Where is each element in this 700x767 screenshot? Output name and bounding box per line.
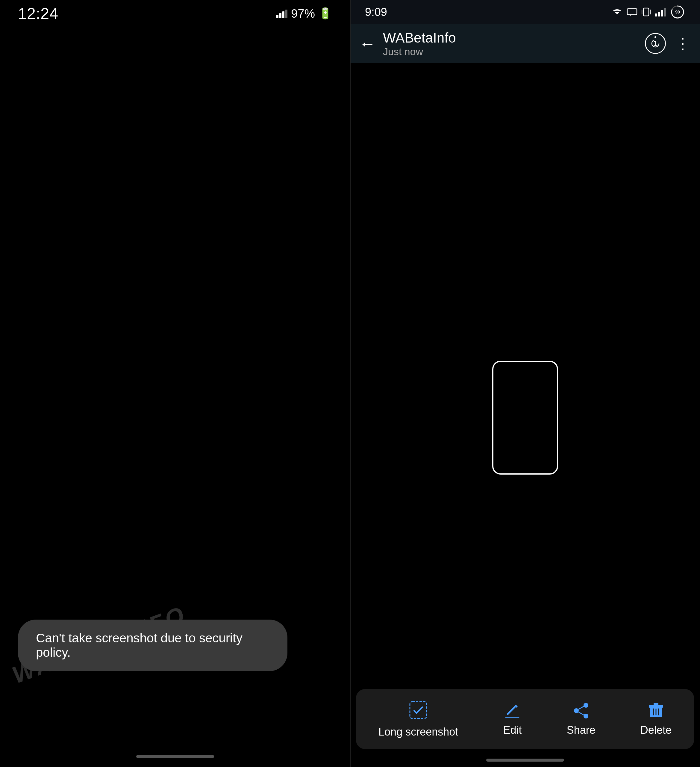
panel-divider: [350, 0, 351, 767]
left-phone-panel: 12:24 97% 🔋 WABETAINFO Can't take screen…: [0, 0, 350, 767]
message-icon: [627, 8, 637, 16]
delete-button[interactable]: Delete: [640, 702, 671, 737]
svg-rect-17: [654, 703, 659, 705]
svg-rect-8: [410, 702, 427, 718]
vibrate-icon: [641, 7, 651, 17]
contact-name: WABetaInfo: [383, 30, 638, 46]
svg-line-14: [579, 712, 584, 715]
back-button[interactable]: ←: [359, 34, 376, 53]
wifi-icon: [612, 8, 622, 16]
left-statusbar: 12:24 97% 🔋: [0, 0, 350, 27]
edit-button[interactable]: Edit: [503, 702, 522, 737]
long-screenshot-button[interactable]: Long screenshot: [378, 700, 458, 738]
svg-point-11: [574, 708, 579, 713]
chat-header: ← WABetaInfo Just now 1 ⋮: [350, 24, 700, 63]
long-screenshot-label: Long screenshot: [378, 726, 458, 738]
long-screenshot-icon: [408, 700, 429, 721]
header-actions: 1 ⋮: [645, 33, 691, 54]
share-label: Share: [567, 724, 595, 737]
screenshot-toast: Can't take screenshot due to security po…: [18, 620, 287, 671]
edit-icon: [503, 702, 521, 720]
svg-point-12: [584, 714, 588, 718]
left-home-indicator: [136, 755, 214, 758]
right-home-indicator: [486, 759, 564, 762]
signal-icon: [276, 9, 287, 18]
svg-point-10: [584, 703, 588, 708]
screenshot-preview: [492, 361, 558, 474]
right-signal-icon: [655, 8, 666, 16]
right-statusbar: 9:09: [350, 0, 700, 24]
bottom-toolbar: Long screenshot Edit Share: [356, 689, 694, 749]
right-time: 9:09: [365, 6, 387, 19]
toast-message: Can't take screenshot due to security po…: [36, 631, 243, 659]
contact-status: Just now: [383, 46, 638, 57]
svg-rect-0: [627, 9, 637, 15]
left-status-icons: 97% 🔋: [276, 7, 332, 21]
left-time: 12:24: [18, 5, 59, 22]
timer-label: 1: [653, 39, 657, 48]
delete-label: Delete: [640, 724, 671, 737]
battery-percent: 97%: [291, 7, 315, 21]
battery-icon: 90: [670, 5, 685, 19]
contact-info: WABetaInfo Just now: [383, 30, 638, 57]
more-options-button[interactable]: ⋮: [675, 35, 691, 53]
long-screenshot-svg: [408, 700, 429, 720]
share-button[interactable]: Share: [567, 702, 595, 737]
battery-icon: 🔋: [319, 7, 332, 20]
right-status-icons: 90: [612, 5, 685, 19]
share-icon: [572, 702, 590, 720]
svg-line-13: [579, 707, 584, 709]
svg-rect-1: [643, 8, 649, 16]
edit-label: Edit: [503, 724, 522, 737]
right-phone-panel: 9:09: [350, 0, 700, 767]
svg-text:90: 90: [675, 10, 680, 14]
disappearing-messages-button[interactable]: 1: [645, 33, 666, 54]
delete-icon: [647, 702, 665, 720]
